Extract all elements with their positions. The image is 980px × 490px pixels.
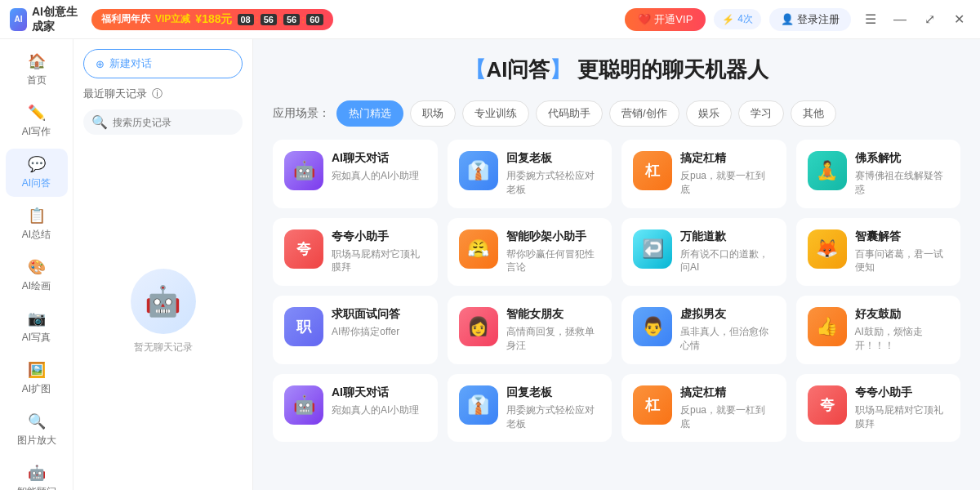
sidebar-item-zoom[interactable]: 🔍 图片放大 xyxy=(6,406,68,454)
tab-market[interactable]: 营销/创作 xyxy=(609,100,679,127)
close-icon[interactable]: ✕ xyxy=(947,8,970,31)
card-title-reply-boss2: 回复老板 xyxy=(506,385,601,400)
card-desc-praise: 职场马屁精对它顶礼膜拜 xyxy=(332,247,426,275)
tab-code[interactable]: 代码助手 xyxy=(536,100,603,127)
sidebar-label-home: 首页 xyxy=(27,74,47,87)
sidebar-item-qa[interactable]: 💬 AI问答 xyxy=(6,149,68,197)
summary-icon: 📋 xyxy=(28,207,46,225)
sidebar-item-home[interactable]: 🏠 首页 xyxy=(6,46,68,94)
search-history-bar[interactable]: 🔍 xyxy=(83,109,243,135)
card-text-reply-boss: 回复老板 用委婉方式轻松应对老板 xyxy=(506,151,601,197)
left-panel: ⊕ 新建对话 最近聊天记录 ⓘ 🔍 🤖 暂无聊天记录 xyxy=(74,39,253,490)
card-icon-gangji: 杠 xyxy=(633,151,672,190)
sidebar-label-writing: AI写作 xyxy=(22,125,51,139)
sidebar-item-photo[interactable]: 📷 AI写真 xyxy=(6,303,68,351)
card-title-reply-boss: 回复老板 xyxy=(506,151,601,166)
timer-sec: 56 xyxy=(283,14,300,25)
new-chat-label: 新建对话 xyxy=(109,56,152,71)
card-ai-chat[interactable]: 🤖 AI聊天对话 宛如真人的AI小助理 xyxy=(273,140,438,208)
history-label: 最近聊天记录 ⓘ xyxy=(83,87,243,101)
usage-count: ⚡ 4次 xyxy=(714,9,761,29)
card-wisdom[interactable]: 🦊 智囊解答 百事问诸葛，君一试便知 xyxy=(796,218,961,287)
card-boyfriend[interactable]: 👨 虚拟男友 虽非真人，但治愈你心情 xyxy=(621,296,786,364)
sidebar-item-expand[interactable]: 🖼️ AI扩图 xyxy=(6,354,68,403)
card-reply-boss2[interactable]: 👔 回复老板 用委婉方式轻松应对老板 xyxy=(448,374,612,443)
card-icon-job: 职 xyxy=(284,307,323,346)
vip-btn-label: 开通VIP xyxy=(654,12,693,27)
card-title-praise2: 夸夸小助手 xyxy=(855,385,950,400)
vip-heart-icon: ❤️ xyxy=(638,13,651,25)
card-title-praise: 夸夸小助手 xyxy=(332,229,426,244)
card-text-praise2: 夸夸小助手 职场马屁精对它顶礼膜拜 xyxy=(855,385,950,431)
card-desc-gangji: 反pua，就要一杠到底 xyxy=(680,169,775,197)
drawing-icon: 🎨 xyxy=(28,258,46,276)
lightning-icon: ⚡ xyxy=(722,14,734,25)
card-icon-girlfriend: 👩 xyxy=(459,307,498,346)
bot-avatar: 🤖 xyxy=(131,269,196,334)
card-buddha[interactable]: 🧘 佛系解忧 赛博佛祖在线解疑答惑 xyxy=(796,140,961,208)
card-icon-wisdom: 🦊 xyxy=(808,229,847,269)
card-title-boyfriend: 虚拟男友 xyxy=(680,307,775,322)
card-gangji2[interactable]: 杠 搞定杠精 反pua，就要一杠到底 xyxy=(621,374,786,443)
card-job[interactable]: 职 求职面试问答 AI帮你搞定offer xyxy=(273,296,438,364)
login-label: 登录注册 xyxy=(797,12,840,27)
card-argue[interactable]: 😤 智能吵架小助手 帮你吵赢任何冒犯性言论 xyxy=(448,218,612,287)
minimize-icon[interactable]: — xyxy=(889,8,911,31)
tab-ent[interactable]: 娱乐 xyxy=(686,100,732,127)
card-text-praise: 夸夸小助手 职场马屁精对它顶礼膜拜 xyxy=(332,229,426,275)
card-icon-praise2: 夸 xyxy=(808,385,847,425)
home-icon: 🏠 xyxy=(28,52,46,70)
card-desc-ai-chat2: 宛如真人的AI小助理 xyxy=(332,403,426,417)
window-controls: ☰ — ⤢ ✕ xyxy=(859,8,970,31)
menu-icon[interactable]: ☰ xyxy=(859,8,882,31)
no-history-text: 暂无聊天记录 xyxy=(134,341,193,354)
content-row: ⊕ 新建对话 最近聊天记录 ⓘ 🔍 🤖 暂无聊天记录 【AI问答】 更聪明的聊天… xyxy=(74,39,980,490)
card-encourage[interactable]: 👍 好友鼓励 AI鼓励，烦恼走开！！！ xyxy=(796,296,961,364)
card-text-buddha: 佛系解忧 赛博佛祖在线解疑答惑 xyxy=(855,151,950,197)
card-text-ai-chat: AI聊天对话 宛如真人的AI小助理 xyxy=(332,151,426,197)
app-logo: AI AI创意生成家 xyxy=(10,5,83,34)
card-ai-chat2[interactable]: 🤖 AI聊天对话 宛如真人的AI小助理 xyxy=(273,374,438,443)
card-desc-argue: 帮你吵赢任何冒犯性言论 xyxy=(506,247,601,275)
title-ai-qa: AI问答 xyxy=(486,57,550,82)
login-button[interactable]: 👤 登录注册 xyxy=(769,8,851,31)
card-gangji[interactable]: 杠 搞定杠精 反pua，就要一杠到底 xyxy=(621,140,786,208)
tab-train[interactable]: 专业训练 xyxy=(462,100,529,127)
zoom-icon: 🔍 xyxy=(28,412,46,430)
countdown-timer: 08 : 56 : 56 : 60 xyxy=(238,14,323,25)
card-girlfriend[interactable]: 👩 智能女朋友 高情商回复，拯救单身汪 xyxy=(448,296,612,364)
card-reply-boss[interactable]: 👔 回复老板 用委婉方式轻松应对老板 xyxy=(448,140,612,208)
card-text-boyfriend: 虚拟男友 虽非真人，但治愈你心情 xyxy=(680,307,775,353)
info-icon: ⓘ xyxy=(152,87,163,101)
card-apology[interactable]: ↩️ 万能道歉 所有说不口的道歉，问AI xyxy=(621,218,786,287)
card-title-encourage: 好友鼓励 xyxy=(855,307,950,322)
title-bracket-right: 】 xyxy=(550,57,571,82)
main-content: 【AI问答】 更聪明的聊天机器人 应用场景： 热门精选 职场 专业训练 代码助手… xyxy=(253,39,980,490)
card-desc-apology: 所有说不口的道歉，问AI xyxy=(680,247,775,275)
photo-icon: 📷 xyxy=(28,310,46,327)
card-desc-job: AI帮你搞定offer xyxy=(332,325,426,339)
sidebar-item-summary[interactable]: 📋 AI总结 xyxy=(6,200,68,248)
timer-hours: 08 xyxy=(238,14,254,25)
promo-banner[interactable]: 福利周年庆 VIP立减 ¥188元 08 : 56 : 56 : 60 xyxy=(91,9,333,30)
tab-hot[interactable]: 热门精选 xyxy=(336,100,403,127)
history-text: 最近聊天记录 xyxy=(83,87,147,101)
count-label: 4次 xyxy=(737,12,753,26)
maximize-icon[interactable]: ⤢ xyxy=(918,8,941,31)
app-title: AI创意生成家 xyxy=(32,5,83,34)
sidebar-item-writing[interactable]: ✏️ AI写作 xyxy=(6,97,68,145)
card-text-wisdom: 智囊解答 百事问诸葛，君一试便知 xyxy=(855,229,950,275)
sidebar-item-drawing[interactable]: 🎨 AI绘画 xyxy=(6,252,68,300)
title-bracket-left: 【 xyxy=(465,57,486,82)
card-praise[interactable]: 夸 夸夸小助手 职场马屁精对它顶礼膜拜 xyxy=(273,218,438,287)
card-icon-praise: 夸 xyxy=(284,229,323,269)
open-vip-button[interactable]: ❤️ 开通VIP xyxy=(625,8,706,31)
tab-other[interactable]: 其他 xyxy=(791,100,836,127)
tab-work[interactable]: 职场 xyxy=(410,100,456,127)
tab-learn[interactable]: 学习 xyxy=(738,100,784,127)
search-input[interactable] xyxy=(113,117,234,128)
new-chat-button[interactable]: ⊕ 新建对话 xyxy=(83,49,243,78)
sidebar-item-advisor[interactable]: 🤖 智能顾问 xyxy=(6,457,68,490)
card-text-gangji: 搞定杠精 反pua，就要一杠到底 xyxy=(680,151,775,197)
card-praise2[interactable]: 夸 夸夸小助手 职场马屁精对它顶礼膜拜 xyxy=(796,374,961,443)
